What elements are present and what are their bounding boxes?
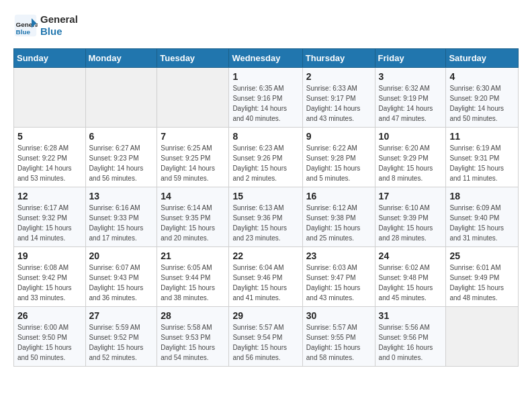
day-number: 3	[379, 71, 443, 82]
calendar-cell	[157, 68, 229, 128]
day-info: Sunrise: 6:20 AM Sunset: 9:29 PM Dayligh…	[379, 143, 443, 183]
day-info: Sunrise: 6:03 AM Sunset: 9:47 PM Dayligh…	[306, 263, 371, 303]
weekday-header-wednesday: Wednesday	[229, 49, 302, 68]
day-number: 4	[449, 71, 515, 82]
logo-text-general: General	[40, 13, 78, 26]
day-number: 19	[17, 250, 82, 261]
calendar-cell: 6Sunrise: 6:27 AM Sunset: 9:23 PM Daylig…	[85, 128, 157, 187]
day-number: 31	[379, 310, 443, 321]
day-number: 17	[379, 191, 443, 201]
day-info: Sunrise: 6:00 AM Sunset: 9:50 PM Dayligh…	[17, 322, 82, 363]
calendar-cell: 26Sunrise: 6:00 AM Sunset: 9:50 PM Dayli…	[14, 307, 86, 367]
day-info: Sunrise: 6:33 AM Sunset: 9:17 PM Dayligh…	[306, 83, 371, 124]
day-number: 15	[232, 191, 298, 201]
calendar-cell: 31Sunrise: 5:56 AM Sunset: 9:56 PM Dayli…	[375, 307, 446, 367]
weekday-header-monday: Monday	[85, 49, 157, 68]
calendar-cell: 15Sunrise: 6:13 AM Sunset: 9:36 PM Dayli…	[229, 187, 302, 247]
day-info: Sunrise: 6:25 AM Sunset: 9:25 PM Dayligh…	[161, 143, 225, 183]
day-info: Sunrise: 6:23 AM Sunset: 9:26 PM Dayligh…	[232, 143, 298, 183]
calendar-cell: 20Sunrise: 6:07 AM Sunset: 9:43 PM Dayli…	[85, 247, 157, 307]
day-info: Sunrise: 6:30 AM Sunset: 9:20 PM Dayligh…	[449, 83, 515, 124]
calendar-cell: 19Sunrise: 6:08 AM Sunset: 9:42 PM Dayli…	[14, 247, 86, 307]
day-info: Sunrise: 6:17 AM Sunset: 9:32 PM Dayligh…	[17, 203, 82, 243]
day-info: Sunrise: 6:14 AM Sunset: 9:35 PM Dayligh…	[161, 203, 225, 243]
calendar-table: SundayMondayTuesdayWednesdayThursdayFrid…	[13, 48, 519, 367]
day-number: 2	[306, 71, 371, 82]
day-number: 26	[17, 310, 82, 321]
day-number: 20	[89, 250, 154, 261]
day-info: Sunrise: 6:04 AM Sunset: 9:46 PM Dayligh…	[232, 263, 298, 303]
calendar-cell: 13Sunrise: 6:16 AM Sunset: 9:33 PM Dayli…	[85, 187, 157, 247]
day-info: Sunrise: 6:22 AM Sunset: 9:28 PM Dayligh…	[306, 143, 371, 183]
weekday-header-thursday: Thursday	[302, 49, 375, 68]
day-number: 24	[379, 250, 443, 261]
day-number: 7	[161, 131, 225, 142]
calendar-cell: 27Sunrise: 5:59 AM Sunset: 9:52 PM Dayli…	[85, 307, 157, 367]
calendar-cell: 24Sunrise: 6:02 AM Sunset: 9:48 PM Dayli…	[375, 247, 446, 307]
day-info: Sunrise: 5:57 AM Sunset: 9:54 PM Dayligh…	[232, 322, 298, 363]
day-number: 1	[232, 71, 298, 82]
calendar-cell: 28Sunrise: 5:58 AM Sunset: 9:53 PM Dayli…	[157, 307, 229, 367]
calendar-cell: 14Sunrise: 6:14 AM Sunset: 9:35 PM Dayli…	[157, 187, 229, 247]
calendar-week-row: 5Sunrise: 6:28 AM Sunset: 9:22 PM Daylig…	[14, 128, 519, 187]
day-info: Sunrise: 6:32 AM Sunset: 9:19 PM Dayligh…	[379, 83, 443, 124]
weekday-header-saturday: Saturday	[446, 49, 519, 68]
calendar-cell: 1Sunrise: 6:35 AM Sunset: 9:16 PM Daylig…	[229, 68, 302, 128]
calendar-cell	[14, 68, 86, 128]
calendar-cell: 7Sunrise: 6:25 AM Sunset: 9:25 PM Daylig…	[157, 128, 229, 187]
day-number: 23	[306, 250, 371, 261]
calendar-cell	[85, 68, 157, 128]
day-number: 30	[306, 310, 371, 321]
day-number: 29	[232, 310, 298, 321]
day-info: Sunrise: 5:58 AM Sunset: 9:53 PM Dayligh…	[161, 322, 225, 363]
day-info: Sunrise: 6:16 AM Sunset: 9:33 PM Dayligh…	[89, 203, 154, 243]
day-number: 13	[89, 191, 154, 201]
day-number: 6	[89, 131, 154, 142]
day-info: Sunrise: 6:05 AM Sunset: 9:44 PM Dayligh…	[161, 263, 225, 303]
calendar-cell: 4Sunrise: 6:30 AM Sunset: 9:20 PM Daylig…	[446, 68, 519, 128]
calendar-cell: 23Sunrise: 6:03 AM Sunset: 9:47 PM Dayli…	[302, 247, 375, 307]
calendar-cell: 5Sunrise: 6:28 AM Sunset: 9:22 PM Daylig…	[14, 128, 86, 187]
day-number: 12	[17, 191, 82, 201]
calendar-week-row: 19Sunrise: 6:08 AM Sunset: 9:42 PM Dayli…	[14, 247, 519, 307]
calendar-cell: 11Sunrise: 6:19 AM Sunset: 9:31 PM Dayli…	[446, 128, 519, 187]
calendar-cell: 12Sunrise: 6:17 AM Sunset: 9:32 PM Dayli…	[14, 187, 86, 247]
day-number: 27	[89, 310, 154, 321]
calendar-cell: 21Sunrise: 6:05 AM Sunset: 9:44 PM Dayli…	[157, 247, 229, 307]
weekday-header-row: SundayMondayTuesdayWednesdayThursdayFrid…	[14, 49, 519, 68]
day-number: 8	[232, 131, 298, 142]
day-info: Sunrise: 6:01 AM Sunset: 9:49 PM Dayligh…	[449, 263, 515, 303]
day-number: 10	[379, 131, 443, 142]
day-number: 21	[161, 250, 225, 261]
day-number: 16	[306, 191, 371, 201]
day-info: Sunrise: 6:27 AM Sunset: 9:23 PM Dayligh…	[89, 143, 154, 183]
calendar-cell: 17Sunrise: 6:10 AM Sunset: 9:39 PM Dayli…	[375, 187, 446, 247]
weekday-header-sunday: Sunday	[14, 49, 86, 68]
calendar-cell: 9Sunrise: 6:22 AM Sunset: 9:28 PM Daylig…	[302, 128, 375, 187]
day-number: 25	[449, 250, 515, 261]
day-info: Sunrise: 5:57 AM Sunset: 9:55 PM Dayligh…	[306, 322, 371, 363]
calendar-cell: 2Sunrise: 6:33 AM Sunset: 9:17 PM Daylig…	[302, 68, 375, 128]
calendar-week-row: 1Sunrise: 6:35 AM Sunset: 9:16 PM Daylig…	[14, 68, 519, 128]
day-info: Sunrise: 6:08 AM Sunset: 9:42 PM Dayligh…	[17, 263, 82, 303]
calendar-week-row: 12Sunrise: 6:17 AM Sunset: 9:32 PM Dayli…	[14, 187, 519, 247]
day-number: 28	[161, 310, 225, 321]
calendar-week-row: 26Sunrise: 6:00 AM Sunset: 9:50 PM Dayli…	[14, 307, 519, 367]
calendar-cell: 30Sunrise: 5:57 AM Sunset: 9:55 PM Dayli…	[302, 307, 375, 367]
day-info: Sunrise: 6:12 AM Sunset: 9:38 PM Dayligh…	[306, 203, 371, 243]
day-number: 9	[306, 131, 371, 142]
svg-text:Blue: Blue	[16, 28, 31, 36]
calendar-cell: 8Sunrise: 6:23 AM Sunset: 9:26 PM Daylig…	[229, 128, 302, 187]
weekday-header-friday: Friday	[375, 49, 446, 68]
calendar-header: SundayMondayTuesdayWednesdayThursdayFrid…	[14, 49, 519, 68]
calendar-cell: 25Sunrise: 6:01 AM Sunset: 9:49 PM Dayli…	[446, 247, 519, 307]
calendar-cell	[446, 307, 519, 367]
day-info: Sunrise: 6:07 AM Sunset: 9:43 PM Dayligh…	[89, 263, 154, 303]
calendar-cell: 16Sunrise: 6:12 AM Sunset: 9:38 PM Dayli…	[302, 187, 375, 247]
calendar-cell: 3Sunrise: 6:32 AM Sunset: 9:19 PM Daylig…	[375, 68, 446, 128]
day-info: Sunrise: 6:13 AM Sunset: 9:36 PM Dayligh…	[232, 203, 298, 243]
day-info: Sunrise: 6:28 AM Sunset: 9:22 PM Dayligh…	[17, 143, 82, 183]
page-container: General Blue General Blue SundayMondayTu…	[0, 0, 532, 373]
logo-icon: General Blue	[13, 13, 38, 38]
day-number: 11	[449, 131, 515, 142]
